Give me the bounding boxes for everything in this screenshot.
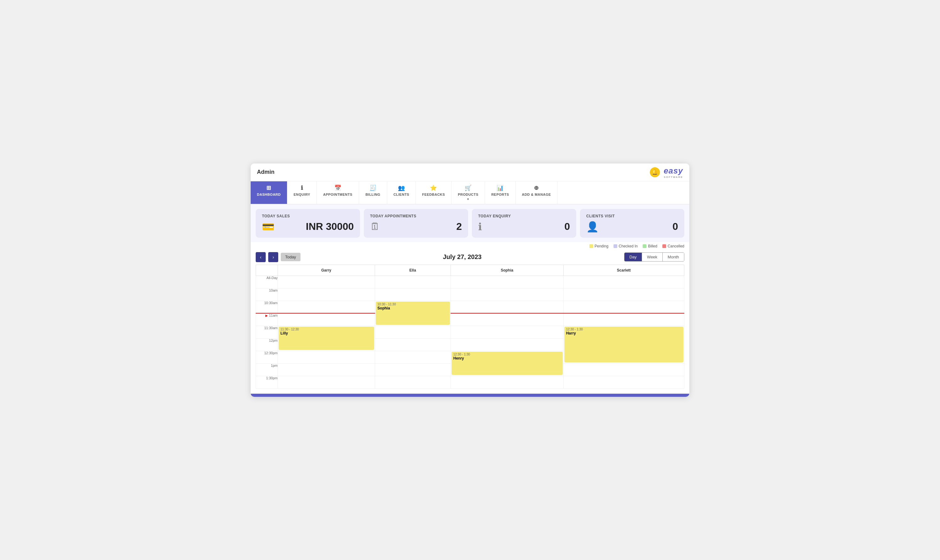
view-toggle: Day Week Month bbox=[624, 252, 684, 262]
nav-label-enquiry: ENQUIRY bbox=[294, 192, 310, 196]
calendar-wrapper: Garry Ella Sophia Scarlett All-Day10am10… bbox=[251, 265, 689, 394]
cal-cell-11am-col2[interactable] bbox=[451, 313, 563, 326]
nav-item-billing[interactable]: 🧾 BILLING bbox=[359, 182, 387, 204]
today-button[interactable]: Today bbox=[281, 253, 300, 261]
time-label-12:30pm: 12:30pm bbox=[256, 351, 278, 363]
legend-pending: Pending bbox=[589, 244, 609, 248]
cal-cell-allday-col0[interactable] bbox=[278, 275, 375, 288]
cal-cell-10:30am-col1[interactable]: 10:30 - 11:30Sophia bbox=[375, 301, 451, 326]
stat-title-enquiry: TODAY ENQUIRY bbox=[478, 214, 570, 218]
cal-cell-10am-col1[interactable] bbox=[375, 288, 451, 301]
appointments-icon: 📅 bbox=[334, 185, 342, 191]
nav-label-appointments: APPOINTMENTS bbox=[323, 192, 352, 196]
cal-cell-10:30am-col3[interactable] bbox=[563, 301, 684, 313]
nav-item-dashboard[interactable]: ⊞ DASHBOARD bbox=[251, 182, 287, 204]
stat-body-enquiry: ℹ 0 bbox=[478, 221, 570, 233]
cal-cell-1:30pm-col3[interactable] bbox=[563, 376, 684, 388]
cal-cell-allday-col2[interactable] bbox=[451, 275, 563, 288]
next-button[interactable]: › bbox=[268, 252, 278, 262]
cal-cell-11:30am-col2[interactable] bbox=[451, 326, 563, 338]
cal-cell-10am-col2[interactable] bbox=[451, 288, 563, 301]
cal-cell-12:30pm-col1[interactable] bbox=[375, 351, 451, 363]
reports-icon: 📊 bbox=[497, 185, 504, 191]
apt-time: 10:30 - 11:30 bbox=[378, 303, 448, 306]
stat-card-appointments: TODAY APPOINTMENTS 🗓 2 bbox=[364, 209, 468, 238]
sales-icon: 💳 bbox=[262, 221, 274, 233]
cal-cell-1:30pm-col0[interactable] bbox=[278, 376, 375, 388]
time-label-1:30pm: 1:30pm bbox=[256, 376, 278, 388]
view-month-button[interactable]: Month bbox=[663, 253, 684, 261]
staff-header-scarlett: Scarlett bbox=[563, 265, 684, 275]
calendar-header-row: Garry Ella Sophia Scarlett bbox=[256, 265, 684, 275]
apt-time: 12:30 - 1:30 bbox=[453, 353, 561, 356]
prev-button[interactable]: ‹ bbox=[256, 252, 266, 262]
nav-label-dashboard: DASHBOARD bbox=[257, 192, 281, 196]
logo: easy SOFTWARE bbox=[664, 166, 683, 178]
view-day-button[interactable]: Day bbox=[624, 253, 642, 261]
cal-cell-allday-col3[interactable] bbox=[563, 275, 684, 288]
cal-cell-12pm-col1[interactable] bbox=[375, 338, 451, 351]
enquiry-icon: ℹ bbox=[301, 185, 303, 191]
appointment-block[interactable]: 12:30 - 1:30Harry bbox=[564, 327, 683, 362]
cal-cell-10:30am-col2[interactable] bbox=[451, 301, 563, 313]
cal-cell-1:30pm-col1[interactable] bbox=[375, 376, 451, 388]
cal-cell-10am-col3[interactable] bbox=[563, 288, 684, 301]
staff-header-garry: Garry bbox=[278, 265, 375, 275]
logo-sub: SOFTWARE bbox=[664, 176, 683, 178]
legend-row: Pending Checked In Billed Cancelled bbox=[251, 242, 689, 249]
nav-item-enquiry[interactable]: ℹ ENQUIRY bbox=[287, 182, 317, 204]
cal-cell-10:30am-col0[interactable] bbox=[278, 301, 375, 313]
apt-name: Lilly bbox=[280, 331, 372, 335]
nav-item-appointments[interactable]: 📅 APPOINTMENTS bbox=[317, 182, 359, 204]
apt-time: 12:30 - 1:30 bbox=[566, 328, 681, 331]
legend-checked-in: Checked In bbox=[613, 244, 638, 248]
nav-item-add-manage[interactable]: ⊕ ADD & MANAGE bbox=[516, 182, 558, 204]
legend-pending-label: Pending bbox=[595, 244, 609, 248]
legend-checked-in-label: Checked In bbox=[619, 244, 638, 248]
apt-name: Harry bbox=[566, 331, 681, 335]
cal-cell-1pm-col3[interactable] bbox=[563, 363, 684, 376]
logo-text: easy bbox=[664, 166, 683, 175]
cal-cell-12:30pm-col2[interactable]: 12:30 - 1:30Henry bbox=[451, 351, 563, 376]
stat-value-enquiry: 0 bbox=[564, 221, 570, 232]
cal-cell-allday-col1[interactable] bbox=[375, 275, 451, 288]
stat-card-clients: CLIENTS VISIT 👤 0 bbox=[580, 209, 684, 238]
appointments-stat-icon: 🗓 bbox=[370, 221, 380, 232]
cal-cell-1:30pm-col2[interactable] bbox=[451, 376, 563, 388]
stats-row: TODAY SALES 💳 INR 30000 TODAY APPOINTMEN… bbox=[251, 205, 689, 242]
cal-cell-11am-col3[interactable] bbox=[563, 313, 684, 326]
nav-item-clients[interactable]: 👥 CLIENTS bbox=[387, 182, 416, 204]
nav-label-billing: BILLING bbox=[365, 192, 381, 196]
stat-title-sales: TODAY SALES bbox=[262, 214, 354, 218]
nav-label-reports: REPORTS bbox=[491, 192, 509, 196]
calendar-grid: Garry Ella Sophia Scarlett All-Day10am10… bbox=[256, 265, 684, 389]
nav-item-feedbacks[interactable]: ⭐ FEEDBACKS bbox=[416, 182, 452, 204]
nav-item-reports[interactable]: 📊 REPORTS bbox=[485, 182, 516, 204]
stat-value-clients: 0 bbox=[672, 221, 678, 232]
nav-item-products[interactable]: 🛒 PRODUCTS ▼ bbox=[452, 182, 485, 204]
stat-card-sales: TODAY SALES 💳 INR 30000 bbox=[256, 209, 360, 238]
notification-bell-icon[interactable]: 🔔 bbox=[650, 167, 660, 177]
legend-cancelled-dot bbox=[663, 244, 666, 248]
stat-card-enquiry: TODAY ENQUIRY ℹ 0 bbox=[472, 209, 576, 238]
cal-cell-11am-col0[interactable] bbox=[278, 313, 375, 326]
appointment-block[interactable]: 12:30 - 1:30Henry bbox=[452, 352, 563, 375]
stat-title-appointments: TODAY APPOINTMENTS bbox=[370, 214, 462, 218]
time-label-1pm: 1pm bbox=[256, 363, 278, 376]
appointment-block[interactable]: 11:30 - 12:30Lilly bbox=[279, 327, 374, 350]
stat-value-sales: INR 30000 bbox=[306, 221, 354, 232]
cal-cell-12:30pm-col0[interactable] bbox=[278, 351, 375, 363]
appointment-block[interactable]: 10:30 - 11:30Sophia bbox=[376, 302, 450, 325]
apt-name: Henry bbox=[453, 356, 561, 360]
cal-cell-11:30am-col3[interactable]: 12:30 - 1:30Harry bbox=[563, 326, 684, 363]
billing-icon: 🧾 bbox=[370, 185, 377, 191]
legend-billed-dot bbox=[643, 244, 646, 248]
cal-cell-11:30am-col1[interactable] bbox=[375, 326, 451, 338]
cal-cell-11:30am-col0[interactable]: 11:30 - 12:30Lilly bbox=[278, 326, 375, 351]
cal-cell-12pm-col2[interactable] bbox=[451, 338, 563, 351]
cal-cell-1pm-col1[interactable] bbox=[375, 363, 451, 376]
cal-cell-1pm-col0[interactable] bbox=[278, 363, 375, 376]
view-week-button[interactable]: Week bbox=[642, 253, 663, 261]
cal-cell-10am-col0[interactable] bbox=[278, 288, 375, 301]
products-dropdown-arrow: ▼ bbox=[467, 198, 469, 201]
